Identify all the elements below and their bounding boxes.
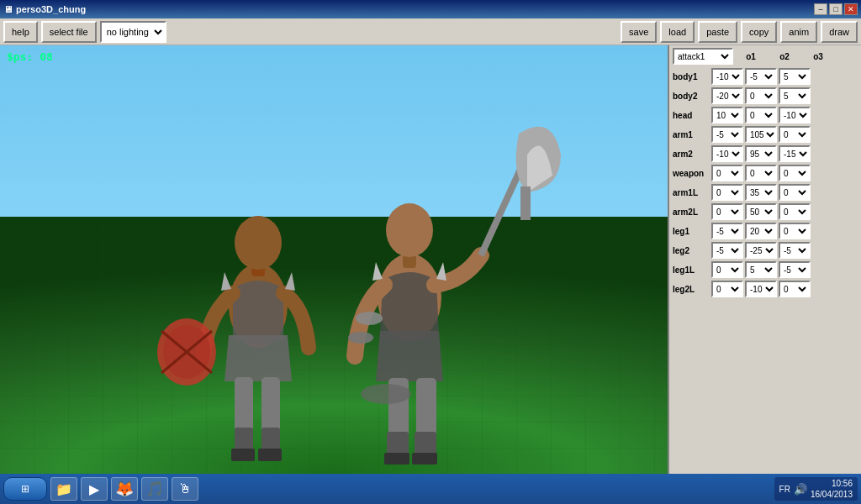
weapon-o2-selector[interactable]: 0 — [745, 165, 777, 181]
anim-select[interactable]: attack1 idle walk run death — [674, 49, 732, 64]
leg2-o2-select[interactable]: -25 — [747, 243, 776, 258]
viewport[interactable]: $ps: 08 — [0, 45, 668, 474]
part-label-body1: body1 — [673, 72, 710, 81]
arm2L-o2-selector[interactable]: 50 — [745, 203, 777, 220]
anim-button[interactable]: anim — [780, 21, 817, 43]
leg1-o1-select[interactable]: -5 — [713, 223, 742, 239]
save-button[interactable]: save — [621, 21, 657, 43]
arm1L-o3-selector[interactable]: 0 — [779, 184, 811, 201]
head-o1-selector[interactable]: 10 — [711, 107, 743, 123]
leg2-o3-select[interactable]: -5 — [780, 243, 809, 258]
leg2L-o1-select[interactable]: 0 — [713, 281, 742, 297]
weapon-o3-select[interactable]: 0 — [780, 165, 809, 181]
body2-o3-select[interactable]: 5 — [780, 88, 809, 103]
head-o1-select[interactable]: 10 — [713, 108, 742, 123]
load-button[interactable]: load — [660, 21, 695, 43]
leg2-o1-select[interactable]: -5 — [713, 243, 742, 258]
arm2L-o2-select[interactable]: 50 — [747, 204, 775, 219]
taskbar-firefox-icon[interactable]: 🦊 — [111, 477, 138, 501]
arm2-o1-select[interactable]: -10 — [713, 146, 742, 161]
body1-o2-select[interactable]: -5 — [747, 69, 775, 84]
arm2-o3-select[interactable]: -15 — [780, 146, 810, 161]
arm1-o1-select[interactable]: -5 — [713, 127, 742, 142]
leg1-o1-selector[interactable]: -5 — [711, 223, 743, 239]
arm2L-o3-selector[interactable]: 0 — [779, 203, 811, 220]
arm1L-o2-select[interactable]: 35 — [747, 185, 775, 200]
leg1-o3-selector[interactable]: 0 — [779, 223, 811, 239]
arm2-o2-selector[interactable]: 95 — [745, 145, 777, 162]
lighting-selector[interactable]: no lighting flat gouraud phong — [100, 21, 166, 43]
taskbar-media-icon[interactable]: ▶ — [81, 477, 108, 501]
body2-o3-selector[interactable]: 5 — [779, 87, 811, 104]
arm1L-o2-selector[interactable]: 35 — [745, 184, 777, 201]
close-button[interactable]: ✕ — [844, 3, 858, 15]
body1-o3-selector[interactable]: 5 — [779, 68, 811, 85]
head-o3-select[interactable]: -10 — [780, 108, 810, 123]
head-o3-selector[interactable]: -10 — [779, 107, 811, 123]
arm1L-o3-select[interactable]: 0 — [780, 185, 809, 200]
arm1-o3-selector[interactable]: 0 — [779, 126, 811, 143]
leg1-o2-select[interactable]: 20 — [747, 223, 775, 239]
maximize-button[interactable]: □ — [829, 3, 843, 15]
body-part-row: arm1-51050 — [671, 125, 859, 144]
leg1L-o1-select[interactable]: 0 — [713, 262, 742, 277]
leg2L-o3-select[interactable]: 0 — [780, 281, 809, 297]
body2-o1-selector[interactable]: -20 — [711, 87, 743, 104]
leg1L-o2-select[interactable]: 5 — [747, 262, 775, 277]
weapon-o1-selector[interactable]: 0 — [711, 165, 743, 181]
body2-o2-select[interactable]: 0 — [747, 88, 775, 103]
head-o2-select[interactable]: 0 — [747, 108, 775, 123]
draw-button[interactable]: draw — [821, 21, 858, 43]
leg2L-o3-selector[interactable]: 0 — [779, 281, 811, 297]
leg1L-o3-selector[interactable]: -5 — [779, 261, 811, 278]
language-indicator: FR — [779, 485, 790, 494]
weapon-o1-select[interactable]: 0 — [713, 165, 742, 181]
leg2L-o1-selector[interactable]: 0 — [711, 281, 743, 297]
taskbar-music-icon[interactable]: 🎵 — [141, 477, 168, 501]
body2-o1-select[interactable]: -20 — [713, 88, 742, 103]
arm2-o1-selector[interactable]: -10 — [711, 145, 743, 162]
anim-selector[interactable]: attack1 idle walk run death — [673, 48, 733, 65]
body1-o1-selector[interactable]: -10 — [711, 68, 743, 85]
taskbar-tray: FR 🔊 10:56 16/04/2013 — [774, 477, 858, 501]
arm2L-o1-selector[interactable]: 0 — [711, 203, 743, 220]
body1-o1-select[interactable]: -10 — [713, 69, 742, 84]
leg2L-o2-selector[interactable]: -10 — [745, 281, 777, 297]
arm2L-o1-select[interactable]: 0 — [713, 204, 742, 219]
taskbar-app5-icon[interactable]: 🖱 — [172, 477, 198, 501]
lighting-select[interactable]: no lighting flat gouraud phong — [102, 23, 165, 41]
arm1-o2-select[interactable]: 105 — [747, 127, 777, 142]
leg2L-o2-select[interactable]: -10 — [747, 281, 776, 297]
svg-rect-7 — [235, 377, 253, 436]
leg1L-o1-selector[interactable]: 0 — [711, 261, 743, 278]
body1-o2-selector[interactable]: -5 — [745, 68, 777, 85]
help-button[interactable]: help — [3, 21, 38, 43]
arm2L-o3-select[interactable]: 0 — [780, 204, 809, 219]
leg2-o3-selector[interactable]: -5 — [779, 242, 811, 259]
arm2-o2-select[interactable]: 95 — [747, 146, 775, 161]
minimize-button[interactable]: – — [814, 3, 827, 15]
taskbar-folder-icon[interactable]: 📁 — [50, 477, 77, 501]
copy-button[interactable]: copy — [741, 21, 777, 43]
arm2-o3-selector[interactable]: -15 — [779, 145, 811, 162]
weapon-o2-select[interactable]: 0 — [747, 165, 775, 181]
select-file-button[interactable]: select file — [41, 21, 97, 43]
body2-o2-selector[interactable]: 0 — [745, 87, 777, 104]
weapon-o3-selector[interactable]: 0 — [779, 165, 811, 181]
arm1-o2-selector[interactable]: 105 — [745, 126, 777, 143]
leg2-o2-selector[interactable]: -25 — [745, 242, 777, 259]
body-part-row: leg2L0-100 — [671, 280, 859, 298]
leg2-o1-selector[interactable]: -5 — [711, 242, 743, 259]
leg1-o2-selector[interactable]: 20 — [745, 223, 777, 239]
arm1L-o1-select[interactable]: 0 — [713, 185, 742, 200]
paste-button[interactable]: paste — [698, 21, 737, 43]
leg1L-o2-selector[interactable]: 5 — [745, 261, 777, 278]
leg1L-o3-select[interactable]: -5 — [780, 262, 809, 277]
arm1-o3-select[interactable]: 0 — [780, 127, 809, 142]
start-button[interactable]: ⊞ — [3, 477, 47, 501]
arm1L-o1-selector[interactable]: 0 — [711, 184, 743, 201]
head-o2-selector[interactable]: 0 — [745, 107, 777, 123]
body1-o3-select[interactable]: 5 — [780, 69, 809, 84]
leg1-o3-select[interactable]: 0 — [780, 223, 809, 239]
arm1-o1-selector[interactable]: -5 — [711, 126, 743, 143]
